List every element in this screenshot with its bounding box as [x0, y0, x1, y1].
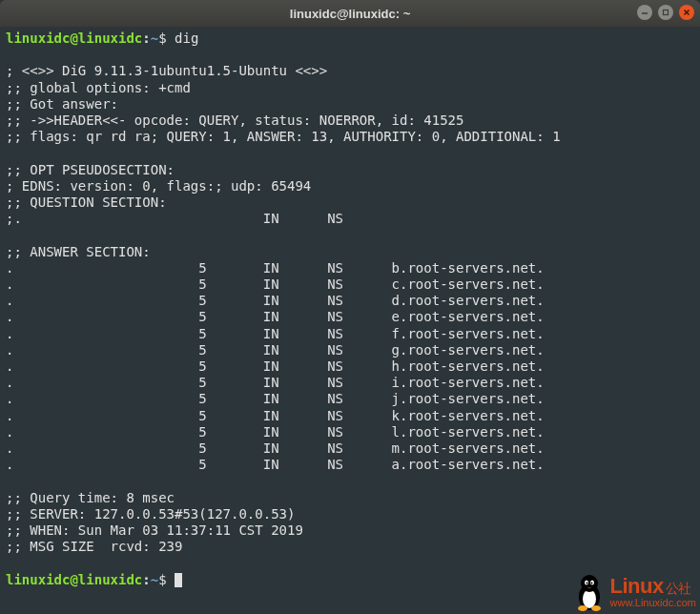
prompt-user: linuxidc@linuxidc [6, 572, 142, 587]
out-question-header: ;; QUESTION SECTION: [6, 194, 167, 210]
answer-row: . 5 IN NS g.root-servers.net. [6, 342, 545, 358]
answer-row: . 5 IN NS m.root-servers.net. [6, 440, 545, 456]
svg-point-11 [578, 605, 587, 611]
out-flags: ;; flags: qr rd ra; QUERY: 1, ANSWER: 13… [6, 129, 561, 144]
terminal-window: linuxidc@linuxidc: ~ linuxidc@linuxidc:~… [0, 0, 700, 614]
answer-row: . 5 IN NS e.root-servers.net. [6, 309, 545, 324]
out-edns: ; EDNS: version: 0, flags:; udp: 65494 [6, 178, 311, 194]
watermark-url: www.Linuxidc.com [610, 598, 696, 608]
out-got-answer: ;; Got answer: [6, 96, 118, 112]
out-global: ;; global options: +cmd [6, 80, 191, 95]
out-when: ;; WHEN: Sun Mar 03 11:37:11 CST 2019 [6, 522, 303, 538]
prompt-path: ~ [151, 31, 158, 46]
prompt-path: ~ [151, 572, 158, 587]
svg-point-12 [591, 605, 601, 611]
answer-row: . 5 IN NS i.root-servers.net. [6, 375, 545, 390]
answer-row: . 5 IN NS f.root-servers.net. [6, 326, 545, 341]
terminal-content[interactable]: linuxidc@linuxidc:~$ dig ; <<>> DiG 9.11… [0, 27, 700, 614]
cursor [175, 573, 182, 587]
out-question: ;. IN NS [6, 211, 343, 226]
out-answer-header: ;; ANSWER SECTION: [6, 244, 151, 259]
prompt-symbol: $ [158, 572, 166, 587]
svg-point-10 [590, 583, 592, 584]
out-header: ;; ->>HEADER<<- opcode: QUERY, status: N… [6, 113, 463, 128]
minimize-button[interactable] [637, 5, 652, 20]
answer-row: . 5 IN NS d.root-servers.net. [6, 293, 545, 308]
window-controls [637, 5, 694, 20]
prompt-colon: : [142, 31, 150, 46]
command-text: dig [175, 31, 198, 46]
answer-row: . 5 IN NS c.root-servers.net. [6, 276, 545, 292]
answer-row: . 5 IN NS l.root-servers.net. [6, 424, 545, 440]
out-server: ;; SERVER: 127.0.0.53#53(127.0.0.53) [6, 506, 295, 522]
answer-row: . 5 IN NS a.root-servers.net. [6, 457, 545, 472]
prompt-user: linuxidc@linuxidc [6, 31, 142, 46]
watermark: Linux公社 www.Linuxidc.com [572, 572, 696, 612]
titlebar[interactable]: linuxidc@linuxidc: ~ [0, 0, 700, 27]
prompt-colon: : [142, 572, 150, 587]
out-opt-header: ;; OPT PSEUDOSECTION: [6, 162, 175, 177]
maximize-button[interactable] [658, 5, 673, 20]
prompt-symbol: $ [158, 31, 166, 46]
out-msgsize: ;; MSG SIZE rcvd: 239 [6, 539, 182, 554]
svg-point-9 [586, 583, 587, 584]
close-button[interactable] [679, 5, 694, 20]
answer-row: . 5 IN NS h.root-servers.net. [6, 358, 545, 374]
svg-point-6 [581, 575, 598, 592]
out-version: ; <<>> DiG 9.11.3-1ubuntu1.5-Ubuntu <<>> [6, 63, 327, 78]
answer-row: . 5 IN NS b.root-servers.net. [6, 260, 545, 276]
answer-row: . 5 IN NS k.root-servers.net. [6, 408, 545, 423]
watermark-brand: Linux公社 [610, 576, 696, 597]
window-title: linuxidc@linuxidc: ~ [290, 7, 410, 21]
penguin-icon [572, 572, 607, 612]
out-querytime: ;; Query time: 8 msec [6, 490, 175, 505]
answer-row: . 5 IN NS j.root-servers.net. [6, 391, 545, 406]
watermark-text: Linux公社 www.Linuxidc.com [610, 576, 696, 608]
svg-rect-1 [664, 10, 669, 15]
